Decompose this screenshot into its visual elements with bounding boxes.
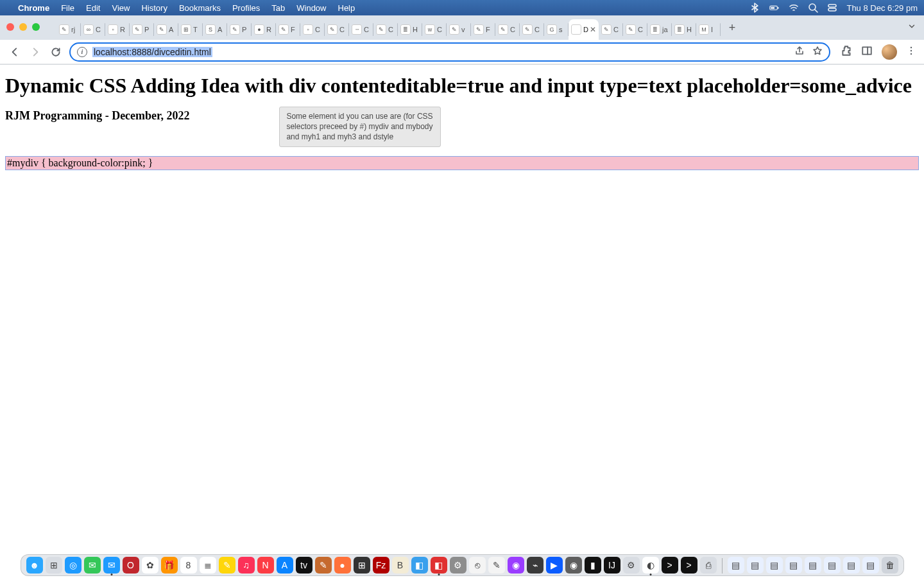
dock-mail-icon[interactable]: ✉ <box>103 557 120 574</box>
dock-zoom-icon[interactable]: ▶ <box>546 557 563 574</box>
dock-finder-icon[interactable]: ☻ <box>26 557 43 574</box>
dock-doc5-icon[interactable]: ▤ <box>805 557 821 574</box>
tab[interactable]: ✎C <box>373 19 398 40</box>
tab[interactable]: ✎F <box>276 19 300 40</box>
new-tab-button[interactable]: + <box>723 19 741 37</box>
dock-safari-icon[interactable]: ◎ <box>65 557 81 574</box>
dock-gear-icon[interactable]: ⚙ <box>623 557 640 574</box>
tab[interactable]: ▫R <box>105 19 130 40</box>
css-editable-div[interactable]: #mydiv { background-color:pink; } <box>5 156 919 170</box>
dock-intellij-icon[interactable]: IJ <box>604 557 620 574</box>
dock-reminders-icon[interactable]: ≣ <box>200 557 216 574</box>
menu-help[interactable]: Help <box>338 3 355 13</box>
dock-music-icon[interactable]: ♫ <box>238 557 255 574</box>
dock-doc8-icon[interactable]: ▤ <box>862 557 879 574</box>
dock-news-icon[interactable]: N <box>257 557 274 574</box>
battery-icon[interactable] <box>769 3 780 13</box>
tab[interactable]: ●R <box>252 19 276 40</box>
side-panel-icon[interactable] <box>861 45 873 59</box>
window-minimize-button[interactable] <box>19 23 27 31</box>
tab[interactable]: ╌C <box>349 19 373 40</box>
tab[interactable]: ✎C <box>495 19 520 40</box>
dock-calendar-icon[interactable]: 8 <box>180 557 197 574</box>
dock-terminal3-icon[interactable]: > <box>681 557 697 574</box>
tab[interactable]: SA <box>203 19 227 40</box>
address-bar[interactable]: i localhost:8888/divceditin.html <box>69 42 830 62</box>
dock-calculator-icon[interactable]: ⊞ <box>354 557 370 574</box>
site-info-icon[interactable]: i <box>77 47 87 57</box>
tab[interactable]: ✎rj <box>56 19 81 40</box>
tab[interactable]: ▫C <box>300 19 325 40</box>
tab[interactable]: ✎C <box>599 19 623 40</box>
tab[interactable]: ⊞T <box>178 19 203 40</box>
dock-notes-icon[interactable]: ✎ <box>219 557 235 574</box>
tab[interactable]: ≣ja <box>647 19 672 40</box>
dock-tv-icon[interactable]: tv <box>296 557 312 574</box>
tab[interactable]: ✎P <box>130 19 154 40</box>
wifi-icon[interactable] <box>789 3 799 13</box>
share-icon[interactable] <box>794 46 805 58</box>
dock-art-icon[interactable]: ✎ <box>315 557 332 574</box>
dock-doc2-icon[interactable]: ▤ <box>747 557 764 574</box>
dock-terminal1-icon[interactable]: ▮ <box>585 557 601 574</box>
dock-app-red-icon[interactable]: ◧ <box>431 557 447 574</box>
tab[interactable]: ✎A <box>154 19 178 40</box>
menu-tab[interactable]: Tab <box>271 3 285 13</box>
dock-chrome-icon[interactable]: ◐ <box>642 557 659 574</box>
tab-close-icon[interactable]: ✕ <box>590 25 596 34</box>
dock-appstore-icon[interactable]: A <box>277 557 293 574</box>
dock-messages-icon[interactable]: ✉ <box>84 557 101 574</box>
tab[interactable]: ✎v <box>447 19 471 40</box>
chrome-menu-icon[interactable] <box>906 46 916 58</box>
window-close-button[interactable] <box>6 23 14 31</box>
dock-filezilla-icon[interactable]: Fz <box>373 557 389 574</box>
dock-doc1-icon[interactable]: ▤ <box>728 557 744 574</box>
dock-doc7-icon[interactable]: ▤ <box>843 557 860 574</box>
tab[interactable]: ✎F <box>471 19 495 40</box>
menu-file[interactable]: File <box>61 3 74 13</box>
bookmark-star-icon[interactable] <box>812 46 823 58</box>
tab[interactable]: ≣H <box>398 19 422 40</box>
tab-active[interactable]: D✕ <box>569 19 599 40</box>
tab[interactable]: ≣H <box>672 19 696 40</box>
dock-podcasts-icon[interactable]: ◉ <box>508 557 524 574</box>
dock-doc3-icon[interactable]: ▤ <box>766 557 783 574</box>
dock-eye-icon[interactable]: ◉ <box>565 557 582 574</box>
menu-history[interactable]: History <box>141 3 167 13</box>
dock-printer-icon[interactable]: ⎙ <box>700 557 717 574</box>
control-center-icon[interactable] <box>827 3 837 13</box>
dock-bookworm-icon[interactable]: B <box>392 557 409 574</box>
nav-reload-button[interactable] <box>49 45 63 59</box>
dock-gamepad-icon[interactable]: ⌁ <box>527 557 543 574</box>
dock-hammer-icon[interactable]: ⚙ <box>450 557 466 574</box>
dock-gifts-icon[interactable]: 🎁 <box>161 557 178 574</box>
dock-firefox-icon[interactable]: ● <box>334 557 351 574</box>
dock-opera-icon[interactable]: O <box>123 557 139 574</box>
address-bar-url[interactable]: localhost:8888/divceditin.html <box>92 47 212 57</box>
dock-doc4-icon[interactable]: ▤ <box>785 557 802 574</box>
nav-back-button[interactable] <box>8 45 22 59</box>
nav-forward-button[interactable] <box>28 45 42 59</box>
tab[interactable]: ✎P <box>227 19 252 40</box>
spotlight-icon[interactable] <box>808 3 818 13</box>
dock-preview-icon[interactable]: ◧ <box>411 557 428 574</box>
tab[interactable]: MI <box>696 19 721 40</box>
dock-terminal2-icon[interactable]: > <box>662 557 678 574</box>
dock-photos-icon[interactable]: ✿ <box>142 557 158 574</box>
tab[interactable]: ✎C <box>520 19 544 40</box>
window-zoom-button[interactable] <box>32 23 40 31</box>
menu-profiles[interactable]: Profiles <box>232 3 260 13</box>
menu-view[interactable]: View <box>112 3 130 13</box>
dock-trash-icon[interactable]: 🗑 <box>882 557 898 574</box>
dock-textedit-icon[interactable]: ✎ <box>488 557 505 574</box>
tab[interactable]: ∞C <box>81 19 105 40</box>
menu-window[interactable]: Window <box>296 3 326 13</box>
app-name[interactable]: Chrome <box>18 3 49 13</box>
dock-doc6-icon[interactable]: ▤ <box>824 557 841 574</box>
menu-bookmarks[interactable]: Bookmarks <box>179 3 221 13</box>
extensions-icon[interactable] <box>841 45 852 59</box>
bluetooth-icon[interactable] <box>750 3 760 13</box>
profile-avatar[interactable] <box>882 44 897 60</box>
tab[interactable]: Gs <box>544 19 569 40</box>
dock-launchpad-icon[interactable]: ⊞ <box>46 557 62 574</box>
